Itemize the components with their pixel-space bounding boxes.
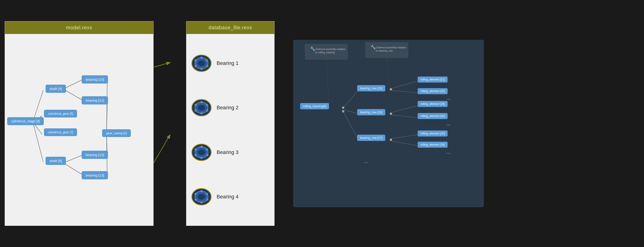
node-shaft-5: shaft [5] <box>46 157 66 165</box>
node-bearing-10: bearing [10] <box>82 75 108 84</box>
svg-line-13 <box>154 62 170 67</box>
detail-node-bearing-row-15: bearing_row [15] <box>357 85 385 92</box>
svg-point-71 <box>342 106 344 109</box>
svg-point-76 <box>390 88 392 90</box>
arrows-svg <box>154 21 172 226</box>
svg-rect-59 <box>293 40 484 207</box>
svg-text:...: ... <box>364 158 368 164</box>
node-gear-casing-2: gear_casing [2] <box>102 129 131 137</box>
svg-text:Ordered-assembly-relation: Ordered-assembly-relation <box>376 46 406 49</box>
detail-node-rolling-element-35: rolling_element [35] <box>418 130 448 136</box>
detail-node-bearing-row-17: bearing_row [17] <box>357 135 385 141</box>
bearing-item-4: Bearing 4 <box>191 188 270 206</box>
detail-node-rolling-element-21: rolling_element [21] <box>418 76 448 82</box>
svg-text:...: ... <box>446 95 450 101</box>
svg-point-39 <box>198 149 205 155</box>
svg-line-3 <box>33 122 43 162</box>
bearing-1-label: Bearing 1 <box>216 60 238 66</box>
node-bearing-11: bearing [11] <box>82 96 108 104</box>
detail-node-bearing-row-16: bearing_row [16] <box>357 109 385 115</box>
svg-text:...: ... <box>446 121 450 126</box>
bearing-icon-2 <box>191 98 212 117</box>
detail-connections-svg: 🔧 Ordered-assembly-relation to rolling_b… <box>293 40 484 207</box>
bearing-4-label: Bearing 4 <box>216 194 238 200</box>
detail-node-rolling-bearing-8: rolling_bearing[8] <box>300 103 329 109</box>
detail-node-rolling-element-25: rolling_element [25] <box>418 88 448 94</box>
right-panel-title: database_file.rexs <box>186 22 274 34</box>
detail-panel: 🔧 Ordered-assembly-relation to rolling_b… <box>293 40 484 207</box>
svg-text:...: ... <box>446 149 450 155</box>
left-panel-body: cylindrical_stage [3] shaft [4] shaft [5… <box>5 34 153 226</box>
svg-line-7 <box>66 164 83 175</box>
detail-node-rolling-element-32: rolling_element [32] <box>418 113 448 119</box>
left-panel-connections <box>5 34 153 226</box>
right-panel: database_file.rexs <box>186 21 274 226</box>
svg-point-50 <box>198 194 205 200</box>
node-shaft-4: shaft [4] <box>46 85 66 93</box>
svg-line-14 <box>154 135 170 163</box>
node-cylindrical-gear-7: cylindrical_gear [7] <box>44 128 77 136</box>
bearing-item-2: Bearing 2 <box>191 98 270 117</box>
svg-point-79 <box>390 112 392 115</box>
svg-line-8 <box>106 83 107 133</box>
bearing-icon-1 <box>191 54 212 72</box>
main-area: model.rexs <box>5 21 639 226</box>
svg-text:🔧: 🔧 <box>371 45 376 50</box>
detail-node-rolling-element-28: rolling_element [28] <box>418 101 448 107</box>
bearing-item-1: Bearing 1 <box>191 54 270 72</box>
node-bearing-12: bearing [12] <box>82 151 108 159</box>
bearing-2-label: Bearing 2 <box>216 105 238 111</box>
bearing-icon-4 <box>191 188 212 206</box>
bearing-list: Bearing 1 <box>186 34 274 226</box>
left-panel: model.rexs <box>5 21 154 226</box>
bearing-icon-3 <box>191 143 212 162</box>
svg-point-82 <box>390 138 392 141</box>
left-panel-title: model.rexs <box>5 22 153 34</box>
arrows-area <box>154 21 172 226</box>
node-bearing-13: bearing [13] <box>82 171 108 179</box>
bearing-3-label: Bearing 3 <box>216 149 238 155</box>
svg-line-9 <box>106 102 107 134</box>
right-panel-body: Bearing 1 <box>186 34 274 226</box>
svg-text:Ordered-assembly-relation: Ordered-assembly-relation <box>315 48 346 50</box>
detail-node-rolling-element-38: rolling_element [38] <box>418 142 448 148</box>
svg-line-4 <box>66 80 83 88</box>
node-cylindrical-gear-6: cylindrical_gear [6] <box>44 110 77 118</box>
svg-text:🔧: 🔧 <box>310 46 316 52</box>
bearing-item-3: Bearing 3 <box>191 143 270 162</box>
svg-line-6 <box>66 155 83 162</box>
svg-point-28 <box>198 105 205 111</box>
svg-text:to rolling_bearing: to rolling_bearing <box>315 51 335 54</box>
svg-text:to bearing_row: to bearing_row <box>376 49 393 52</box>
svg-line-5 <box>66 90 83 100</box>
node-cylindrical-stage-3: cylindrical_stage [3] <box>7 117 44 125</box>
svg-point-17 <box>198 60 205 66</box>
